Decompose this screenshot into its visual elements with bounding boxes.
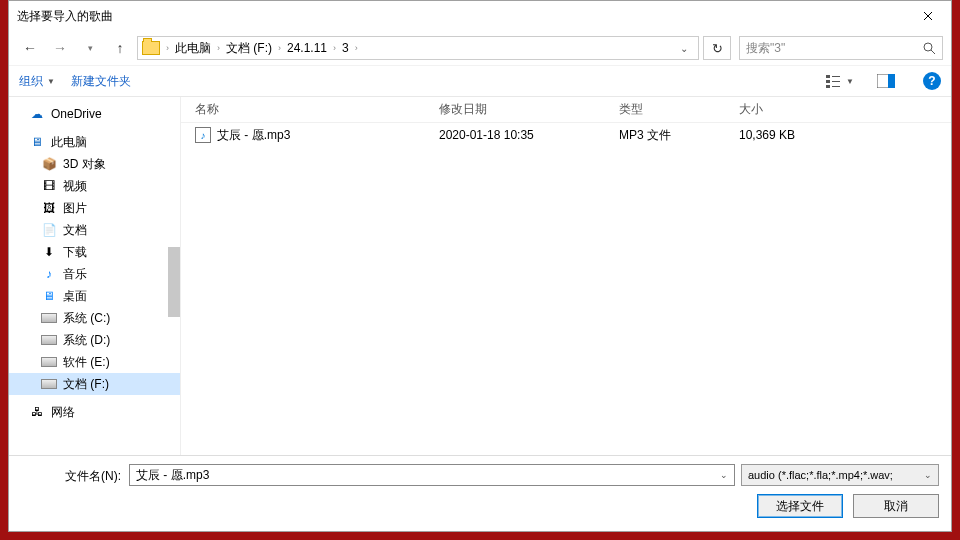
breadcrumb-segment[interactable]: 文档 (F:) [222,38,276,59]
titlebar: 选择要导入的歌曲 [9,1,951,31]
search-icon [923,42,936,55]
tree-this-pc[interactable]: 🖥 此电脑 [9,131,180,153]
music-icon: ♪ [41,267,57,281]
breadcrumb-segment[interactable]: 3 [338,39,353,57]
folder-tree[interactable]: ☁ OneDrive 🖥 此电脑 📦3D 对象 🎞视频 🖼图片 📄文档 ⬇下载 … [9,97,181,455]
back-button[interactable]: ← [17,35,43,61]
address-dropdown[interactable]: ⌄ [674,43,694,54]
address-bar[interactable]: › 此电脑 › 文档 (F:) › 24.1.11 › 3 › ⌄ [137,36,699,60]
chevron-down-icon: ▼ [47,77,55,86]
picture-icon: 🖼 [41,201,57,215]
close-button[interactable] [905,1,951,31]
chevron-right-icon: › [333,43,336,53]
download-icon: ⬇ [41,245,57,259]
preview-pane-button[interactable] [871,70,901,92]
video-icon: 🎞 [41,179,57,193]
svg-rect-5 [832,81,840,82]
help-button[interactable]: ? [923,72,941,90]
tree-onedrive[interactable]: ☁ OneDrive [9,103,180,125]
file-size: 10,369 KB [739,128,839,142]
file-date: 2020-01-18 10:35 [439,128,619,142]
organize-button[interactable]: 组织▼ [19,73,55,90]
folder-3d-icon: 📦 [41,157,57,171]
network-icon: 🖧 [29,405,45,419]
refresh-button[interactable]: ↻ [703,36,731,60]
file-list: 名称 修改日期 类型 大小 ♪ 艾辰 - 愿.mp3 2020-01-18 10… [181,97,951,455]
view-options-button[interactable]: ▼ [825,70,855,92]
svg-rect-6 [832,86,840,87]
disk-icon [41,377,57,391]
col-size[interactable]: 大小 [739,101,839,118]
svg-point-0 [924,43,932,51]
desktop-icon: 🖥 [41,289,57,303]
tree-item[interactable]: 系统 (D:) [9,329,180,351]
dialog-footer: 文件名(N): 艾辰 - 愿.mp3 ⌄ audio (*.flac;*.fla… [9,455,951,531]
tree-item[interactable]: 📦3D 对象 [9,153,180,175]
cloud-icon: ☁ [29,107,45,121]
tree-item[interactable]: 系统 (C:) [9,307,180,329]
forward-button[interactable]: → [47,35,73,61]
svg-rect-3 [826,85,830,88]
chevron-down-icon: ⌄ [924,470,932,480]
window-title: 选择要导入的歌曲 [17,8,113,25]
chevron-right-icon: › [355,43,358,53]
tree-scrollbar[interactable] [168,247,180,317]
file-type-filter[interactable]: audio (*.flac;*.fla;*.mp4;*.wav; ⌄ [741,464,939,486]
filename-label: 文件名(N): [9,468,127,485]
chevron-right-icon: › [217,43,220,53]
tree-item[interactable]: 🖥桌面 [9,285,180,307]
file-row[interactable]: ♪ 艾辰 - 愿.mp3 2020-01-18 10:35 MP3 文件 10,… [181,123,951,147]
disk-icon [41,311,57,325]
audio-file-icon: ♪ [195,127,211,143]
search-placeholder: 搜索"3" [746,40,785,57]
svg-rect-4 [832,76,840,77]
tree-item[interactable]: ⬇下载 [9,241,180,263]
nav-row: ← → ▾ ↑ › 此电脑 › 文档 (F:) › 24.1.11 › 3 › … [9,31,951,65]
new-folder-button[interactable]: 新建文件夹 [71,73,131,90]
tree-item[interactable]: 🖼图片 [9,197,180,219]
chevron-right-icon: › [166,43,169,53]
up-button[interactable]: ↑ [107,35,133,61]
chevron-right-icon: › [278,43,281,53]
svg-rect-8 [888,74,895,88]
chevron-down-icon[interactable]: ⌄ [720,470,728,480]
tree-network[interactable]: 🖧 网络 [9,401,180,423]
cancel-button[interactable]: 取消 [853,494,939,518]
file-open-dialog: 选择要导入的歌曲 ← → ▾ ↑ › 此电脑 › 文档 (F:) › 24.1.… [8,0,952,532]
tree-item[interactable]: ♪音乐 [9,263,180,285]
tree-item[interactable]: 软件 (E:) [9,351,180,373]
search-input[interactable]: 搜索"3" [739,36,943,60]
toolbar: 组织▼ 新建文件夹 ▼ ? [9,65,951,97]
col-type[interactable]: 类型 [619,101,739,118]
filename-input[interactable]: 艾辰 - 愿.mp3 ⌄ [129,464,735,486]
tree-item-selected[interactable]: 文档 (F:) [9,373,180,395]
column-headers[interactable]: 名称 修改日期 类型 大小 [181,97,951,123]
svg-rect-1 [826,75,830,78]
file-name: 艾辰 - 愿.mp3 [217,127,290,144]
pc-icon: 🖥 [29,135,45,149]
open-button[interactable]: 选择文件 [757,494,843,518]
breadcrumb-segment[interactable]: 此电脑 [171,38,215,59]
folder-icon [142,41,160,55]
recent-dropdown[interactable]: ▾ [77,35,103,61]
col-date[interactable]: 修改日期 [439,101,619,118]
dialog-body: ☁ OneDrive 🖥 此电脑 📦3D 对象 🎞视频 🖼图片 📄文档 ⬇下载 … [9,97,951,455]
col-name[interactable]: 名称 [189,101,439,118]
tree-item[interactable]: 📄文档 [9,219,180,241]
svg-rect-2 [826,80,830,83]
disk-icon [41,355,57,369]
document-icon: 📄 [41,223,57,237]
disk-icon [41,333,57,347]
breadcrumb-segment[interactable]: 24.1.11 [283,39,331,57]
tree-item[interactable]: 🎞视频 [9,175,180,197]
chevron-down-icon: ▼ [846,77,854,86]
file-type: MP3 文件 [619,127,739,144]
